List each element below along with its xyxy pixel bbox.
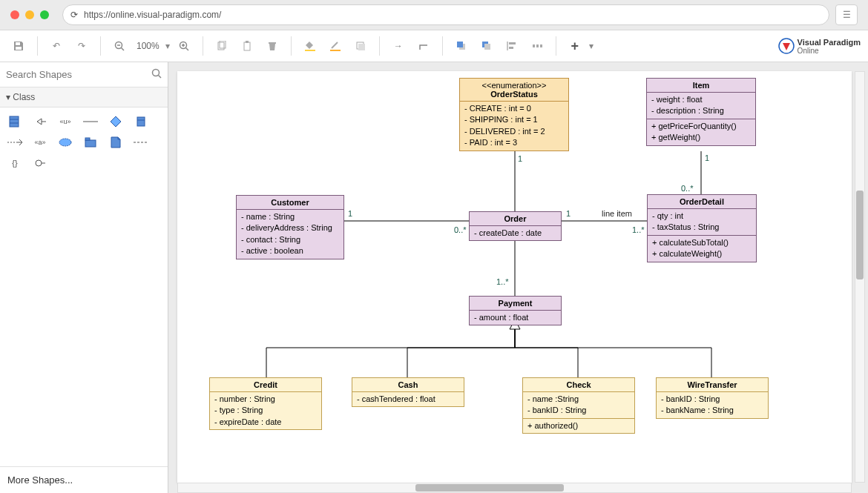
palette-constraint-icon[interactable]: {} bbox=[7, 156, 22, 170]
paste-icon[interactable] bbox=[236, 35, 258, 57]
line-color-icon[interactable] bbox=[324, 35, 346, 57]
undo-icon[interactable]: ↶ bbox=[45, 35, 68, 57]
class-name: OrderDetail bbox=[680, 197, 724, 206]
svg-rect-26 bbox=[536, 44, 539, 47]
zoom-out-icon[interactable] bbox=[108, 35, 131, 57]
vertical-scrollbar[interactable] bbox=[855, 71, 865, 483]
palette-usage-icon[interactable]: «u» bbox=[58, 115, 73, 128]
svg-point-39 bbox=[59, 139, 71, 146]
class-wiretransfer[interactable]: WireTransfer - bankID : String- bankName… bbox=[656, 377, 769, 419]
attr: - number : String bbox=[214, 394, 317, 405]
class-name: OrderStatus bbox=[490, 90, 538, 99]
scrollbar-thumb[interactable] bbox=[856, 191, 864, 279]
svg-rect-41 bbox=[85, 138, 90, 140]
attr: - bankID : String bbox=[661, 394, 763, 405]
minimize-window-icon[interactable] bbox=[25, 10, 34, 19]
close-window-icon[interactable] bbox=[10, 10, 19, 19]
svg-rect-25 bbox=[533, 44, 535, 47]
class-credit[interactable]: Credit - number : String- type : String-… bbox=[209, 377, 322, 430]
add-icon[interactable]: + bbox=[564, 35, 586, 57]
attr: - cashTendered : float bbox=[357, 394, 459, 405]
scrollbar-thumb[interactable] bbox=[415, 484, 564, 492]
palette-aggregation-icon[interactable] bbox=[108, 115, 123, 128]
mult-label: 1 bbox=[348, 209, 352, 218]
category-header[interactable]: ▾ Class bbox=[0, 87, 168, 107]
logo-icon bbox=[778, 38, 795, 54]
chevron-down-icon[interactable]: ▾ bbox=[589, 41, 594, 51]
class-check[interactable]: Check - name :String- bankID : String + … bbox=[522, 377, 635, 434]
palette-lollipop-icon[interactable] bbox=[33, 156, 47, 170]
distribute-icon[interactable] bbox=[526, 35, 548, 57]
mult-label: 0..* bbox=[454, 225, 467, 234]
palette-package-icon[interactable] bbox=[83, 136, 98, 149]
class-name: WireTransfer bbox=[687, 380, 737, 389]
copy-icon[interactable] bbox=[211, 35, 233, 57]
to-front-icon[interactable] bbox=[450, 35, 473, 57]
attr: - PAID : int = 3 bbox=[464, 137, 564, 148]
class-orderstatus[interactable]: <<enumeration>>OrderStatus - CREATE : in… bbox=[459, 78, 569, 151]
attr-section: - CREATE : int = 0 - SHIPPING : int = 1 … bbox=[460, 101, 568, 150]
attr: - deliveryAddress : String bbox=[241, 222, 339, 234]
svg-rect-36 bbox=[137, 117, 145, 126]
palette-class-icon[interactable] bbox=[7, 115, 22, 128]
more-shapes-link[interactable]: More Shapes... bbox=[0, 466, 168, 493]
svg-line-30 bbox=[159, 76, 162, 79]
attr: - bankID : String bbox=[527, 405, 630, 416]
palette-realization-icon[interactable] bbox=[134, 136, 148, 149]
to-back-icon[interactable] bbox=[476, 35, 498, 57]
class-customer[interactable]: Customer - name : String- deliveryAddres… bbox=[236, 195, 344, 259]
maximize-window-icon[interactable] bbox=[40, 10, 49, 19]
svg-rect-40 bbox=[85, 140, 96, 147]
horizontal-scrollbar[interactable] bbox=[177, 483, 852, 493]
svg-rect-0 bbox=[16, 42, 20, 45]
svg-rect-19 bbox=[457, 42, 463, 47]
palette-abstraction-icon[interactable]: «a» bbox=[33, 136, 47, 149]
connector-straight-icon[interactable]: → bbox=[387, 35, 410, 57]
svg-rect-12 bbox=[246, 41, 249, 43]
url-bar[interactable]: ⟳ https://online.visual-paradigm.com/ bbox=[62, 4, 829, 25]
class-item[interactable]: Item - weight : float- description : Str… bbox=[646, 78, 756, 146]
align-icon[interactable] bbox=[501, 35, 523, 57]
class-name: Payment bbox=[499, 299, 533, 308]
palette-note-icon[interactable] bbox=[108, 136, 123, 149]
palette-dependency-icon[interactable] bbox=[7, 136, 22, 149]
palette-interface-icon[interactable] bbox=[134, 115, 148, 128]
svg-rect-24 bbox=[509, 47, 513, 49]
palette-generalization-icon[interactable] bbox=[33, 115, 47, 128]
class-name: Item bbox=[693, 81, 710, 90]
palette-collaboration-icon[interactable] bbox=[58, 136, 73, 149]
attr: - createDate : date bbox=[474, 228, 556, 239]
svg-rect-11 bbox=[244, 42, 250, 50]
svg-line-3 bbox=[122, 48, 125, 51]
connector-elbow-icon[interactable] bbox=[412, 35, 435, 57]
svg-rect-17 bbox=[358, 44, 365, 50]
class-name: Check bbox=[566, 380, 591, 389]
window-controls bbox=[10, 10, 49, 19]
attr: - bankName : String bbox=[661, 405, 763, 416]
search-input[interactable] bbox=[6, 69, 151, 80]
op: + getWeight() bbox=[651, 132, 751, 143]
svg-rect-14 bbox=[305, 50, 315, 51]
delete-icon[interactable] bbox=[261, 35, 283, 57]
save-icon[interactable] bbox=[7, 35, 30, 57]
mult-label: 1..* bbox=[632, 225, 645, 234]
attr: - name : String bbox=[241, 211, 339, 222]
class-order[interactable]: Order - createDate : date bbox=[469, 211, 562, 241]
chevron-down-icon[interactable]: ▾ bbox=[165, 41, 170, 51]
reload-icon[interactable]: ⟳ bbox=[70, 10, 78, 20]
svg-rect-13 bbox=[269, 42, 276, 44]
diagram-canvas[interactable]: 1 0..* 1 1 line item 1..* 1 0..* 1..* <<… bbox=[177, 71, 852, 483]
palette-association-icon[interactable] bbox=[83, 115, 98, 128]
zoom-in-icon[interactable] bbox=[173, 35, 195, 57]
class-payment[interactable]: Payment - amount : float bbox=[469, 296, 562, 325]
attr: - name :String bbox=[527, 394, 630, 405]
redo-icon[interactable]: ↷ bbox=[70, 35, 93, 57]
shadow-icon[interactable] bbox=[349, 35, 372, 57]
class-orderdetail[interactable]: OrderDetail - qty : int- taxStatus : Str… bbox=[647, 194, 757, 262]
class-cash[interactable]: Cash - cashTendered : float bbox=[352, 377, 464, 407]
search-icon[interactable] bbox=[151, 68, 162, 81]
menu-icon[interactable]: ☰ bbox=[835, 4, 858, 25]
fill-color-icon[interactable] bbox=[299, 35, 321, 57]
app-logo: Visual ParadigmOnline bbox=[778, 38, 861, 55]
zoom-value[interactable]: 100% bbox=[134, 41, 162, 51]
